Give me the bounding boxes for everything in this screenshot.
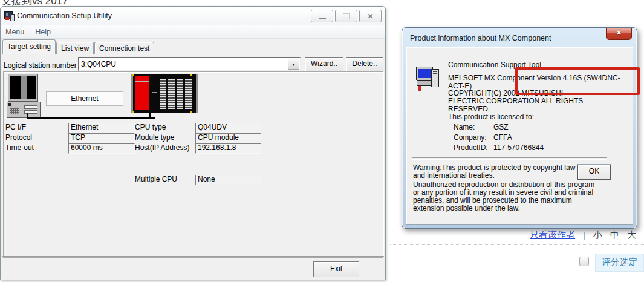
wizard-button[interactable]: Wizard.. (305, 57, 343, 71)
window-title: Communication Setup Utility (17, 11, 112, 20)
communication-setup-window: Communication Setup Utility ✕ Menu Help … (0, 6, 386, 280)
protocol-value: TCP (68, 133, 135, 143)
warning-intro-text: Warning:This product is protected by cop… (413, 164, 580, 180)
license-productid-value: 117-570766844 (493, 144, 544, 152)
copyright-text: COPYRIGHT(C) 2002 MITSUBISHI ELECTRIC CO… (448, 90, 599, 113)
multiple-cpu-value: None (195, 175, 261, 185)
minimize-button[interactable] (311, 10, 333, 22)
tab-list-view[interactable]: List view (56, 42, 94, 54)
plc-drop-line (149, 112, 151, 117)
license-company-value: CFFA (493, 134, 512, 142)
product-info-dialog: Product information about MX Component ✕… (402, 27, 637, 229)
cputype-label: CPU type (135, 123, 195, 131)
moduletype-label: Module type (135, 133, 195, 142)
computer-icon (416, 67, 439, 92)
app-icon (4, 11, 14, 21)
forum-toolbar: 只看该作者 | 小 中 大 (530, 229, 636, 241)
moduletype-value: CPU module (195, 133, 261, 143)
chevron-down-icon: ▼ (291, 62, 296, 67)
dotted-divider (390, 244, 644, 245)
rate-select-button[interactable]: 评分选定 (595, 254, 644, 272)
close-icon: ✕ (367, 13, 373, 20)
dialog-body: Communication Support Tool MELSOFT MX Co… (406, 47, 633, 225)
multiple-cpu-label: Multiple CPU (135, 175, 195, 183)
bottom-separator (2, 256, 384, 258)
delete-button[interactable]: Delete.. (346, 57, 383, 71)
maximize-icon (343, 13, 350, 19)
timeout-label: Time-out (5, 143, 66, 152)
rate-checkbox[interactable] (579, 257, 589, 266)
protocol-label: Protocol (5, 133, 66, 142)
license-name-value: GSZ (493, 123, 509, 131)
combobox-dropdown-button[interactable]: ▼ (288, 59, 299, 70)
view-author-link[interactable]: 只看该作者 (530, 229, 575, 241)
menu-item-menu[interactable]: Menu (5, 28, 24, 36)
dialog-close-button[interactable]: ✕ (606, 28, 632, 40)
maximize-button (335, 10, 357, 22)
font-size-large[interactable]: 大 (627, 229, 636, 241)
licensed-to-heading: This product is licensed to: (448, 113, 534, 121)
logical-station-label: Logical station number (4, 61, 77, 70)
license-name-label: Name: (454, 123, 489, 131)
minimize-icon (319, 18, 326, 19)
connection-type-label: Ethernet (46, 91, 123, 106)
license-productid-label: ProductID: (454, 144, 489, 152)
close-button[interactable]: ✕ (359, 10, 382, 22)
host-label: Host(IP Address) (135, 143, 195, 152)
pcif-value: Ethernet (68, 123, 135, 133)
target-setting-group: Ethernet PC I/F Ethernet Protocol TCP Ti… (3, 71, 383, 258)
tab-target-setting[interactable]: Target setting (2, 39, 56, 54)
pcif-label: PC I/F (5, 123, 66, 131)
license-separator (412, 157, 607, 160)
dialog-title: Product information about MX Component (410, 34, 551, 42)
network-bus-line (27, 117, 155, 119)
combobox-value: 3:Q04CPU (81, 60, 116, 68)
plc-icon (131, 74, 198, 113)
ok-button[interactable]: OK (577, 165, 611, 180)
tab-connection-test[interactable]: Connection test (94, 42, 154, 54)
close-icon: ✕ (616, 29, 622, 36)
warning-body-text: Unauthorized reproduction or distributio… (413, 181, 599, 212)
font-size-medium[interactable]: 中 (610, 229, 619, 241)
tool-name-text: Communication Support Tool (448, 61, 541, 69)
pipe-separator: | (583, 230, 585, 240)
host-value: 192.168.1.8 (195, 143, 261, 154)
title-bar: Communication Setup Utility ✕ (1, 7, 385, 25)
font-size-small[interactable]: 小 (593, 229, 602, 241)
exit-button[interactable]: Exit (313, 261, 359, 277)
menu-bar: Menu Help (1, 25, 385, 39)
logical-station-combobox[interactable]: 3:Q04CPU ▼ (78, 57, 301, 71)
pc-icon (7, 74, 41, 118)
product-version-text: MELSOFT MX Component Version 4.16S (SW4D… (448, 74, 633, 90)
pc-drop-line (27, 113, 28, 117)
caption-buttons: ✕ (311, 10, 382, 22)
license-company-label: Company: (454, 134, 489, 142)
cputype-value: Q04UDV (195, 123, 261, 133)
menu-item-help[interactable]: Help (35, 28, 51, 36)
timeout-value: 60000 ms (68, 143, 135, 154)
tab-strip: Target setting List view Connection test (2, 39, 155, 54)
